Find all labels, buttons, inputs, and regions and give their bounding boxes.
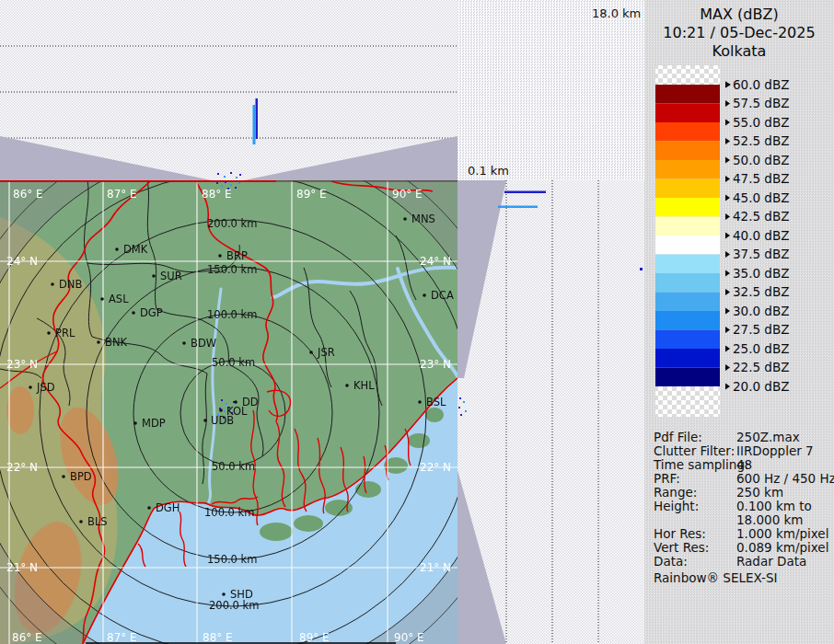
lat-label: 23° N [420,358,451,371]
meta-key: Clutter Filter: [654,444,736,458]
lat-label: 21° N [420,561,451,574]
meta-value: 250Z.max [736,431,800,444]
scale-label: 57.5 dBZ [733,96,789,110]
top-cross-section-panel [0,0,458,180]
ring-label: 150.0 km [207,553,257,566]
meta-key: Time sampling: [654,458,736,472]
scale-label: 32.5 dBZ [733,284,789,299]
city-label: MDP [142,417,166,430]
city-label: JSD [36,381,55,394]
lat-label: 22° N [6,461,38,474]
legend-panel: MAX (dBZ) 10:21 / 05-Dec-2025 Kolkata [644,0,834,644]
scale-swatch [655,142,720,161]
scale-swatch [655,122,720,142]
lon-label: 88° E [202,188,232,201]
meta-row: Pdf File:250Z.max [654,431,830,444]
scale-transparent-bottom [655,386,720,417]
scale-swatch [655,293,720,312]
meta-row: Clutter Filter:IIRDoppler 7 [654,444,830,458]
meta-value: 1.000 km/pixel [736,527,828,541]
software-attribution: Rainbow® SELEX-SI [654,570,777,585]
city-label: BRP [226,249,248,262]
scale-label: 42.5 dBZ [733,209,789,224]
city-label: JSR [317,346,335,359]
city-label: ASL [109,293,129,305]
scale-label: 40.0 dBZ [733,228,789,243]
lon-label: 87° E [107,631,137,644]
city-label: BPD [70,470,92,483]
dbz-color-scale: 60.0 dBZ 57.5 dBZ 55.0 dBZ 52.5 dBZ 50.0… [644,55,834,423]
lon-label: 87° E [107,188,137,201]
city-label: DMK [123,243,148,256]
meta-row: Time sampling:48 [654,458,830,472]
scale-swatch [655,368,720,387]
meta-value: 600 Hz / 450 Hz [736,472,834,486]
city-label: SUR [160,270,182,282]
city-label: BSL [426,396,446,408]
meta-key: Hor Res: [654,527,736,541]
scale-label: 37.5 dBZ [733,247,789,261]
meta-row: Height:0.100 km to [654,500,830,513]
city-label: DNB [59,278,82,291]
lat-label: 24° N [6,255,38,268]
scale-swatch [655,311,720,330]
lat-label: 23° N [6,358,38,371]
lon-label: 89° E [296,188,327,201]
scale-label: 50.0 dBZ [733,153,789,167]
lat-label: 24° N [420,255,451,268]
scale-swatch [655,236,720,255]
scale-swatch [655,198,720,217]
right-cross-section-panel [458,180,644,644]
lon-label: 89° E [299,631,330,644]
scale-transparent-top [655,65,720,85]
lon-label: 86° E [12,631,42,644]
meta-key: Range: [654,486,736,500]
city-label: MNS [411,213,435,225]
scale-label: 30.0 dBZ [733,304,789,318]
ring-label: 50.0 km [212,460,255,473]
meta-row: Vert Res:0.089 km/pixel [654,541,830,555]
city-label: DCA [431,289,454,302]
timestamp: 10:21 / 05-Dec-2025 [644,24,834,41]
city-label: PRL [55,327,75,339]
meta-key: Data: [654,555,736,569]
meta-value: Radar Data [736,555,806,569]
scale-label: 60.0 dBZ [733,77,789,92]
scale-swatch [655,349,720,368]
scale-swatch [655,179,720,199]
meta-key: Height: [654,500,736,513]
ring-label: 100.0 km [204,506,254,519]
ring-label: 200.0 km [209,599,259,612]
meta-row: Range:250 km [654,486,830,500]
scale-swatch [655,104,720,123]
meta-row: 18.000 km [654,513,830,527]
scale-swatch [655,160,720,179]
ring-label: 100.0 km [207,308,257,321]
scale-label: 55.0 dBZ [733,115,789,130]
scale-swatch [655,330,720,350]
height-axis-corner: 18.0 km 0.1 km [458,0,644,180]
ring-label: 200.0 km [207,217,257,230]
city-label: BLS [87,515,108,528]
scale-swatch [655,255,720,274]
city-label: BNK [105,336,127,349]
scale-swatch [655,217,720,236]
lat-label: 22° N [420,461,451,474]
meta-row: Hor Res:1.000 km/pixel [654,527,830,541]
meta-value: 250 km [736,486,783,500]
scale-label: 45.0 dBZ [733,190,789,205]
radar-map-panel: DMK DNB SUR ASL DGP PRL BNK BDW BRP MNS … [0,180,458,644]
meta-key: Vert Res: [654,541,736,555]
product-title: MAX (dBZ) [644,6,834,23]
city-label: UDB [211,414,234,427]
meta-row: PRF:600 Hz / 450 Hz [654,472,830,486]
meta-value: 0.089 km/pixel [736,541,828,555]
meta-value: 0.100 km to [736,500,812,513]
lon-label: 86° E [13,188,43,201]
meta-value: 18.000 km [736,513,804,527]
height-axis-min-label: 0.1 km [468,164,509,178]
scale-label: 25.0 dBZ [733,341,789,356]
meta-value: IIRDoppler 7 [736,444,814,458]
radar-application-window: 18.0 km 0.1 km [0,0,834,644]
meta-key: Pdf File: [654,431,736,444]
